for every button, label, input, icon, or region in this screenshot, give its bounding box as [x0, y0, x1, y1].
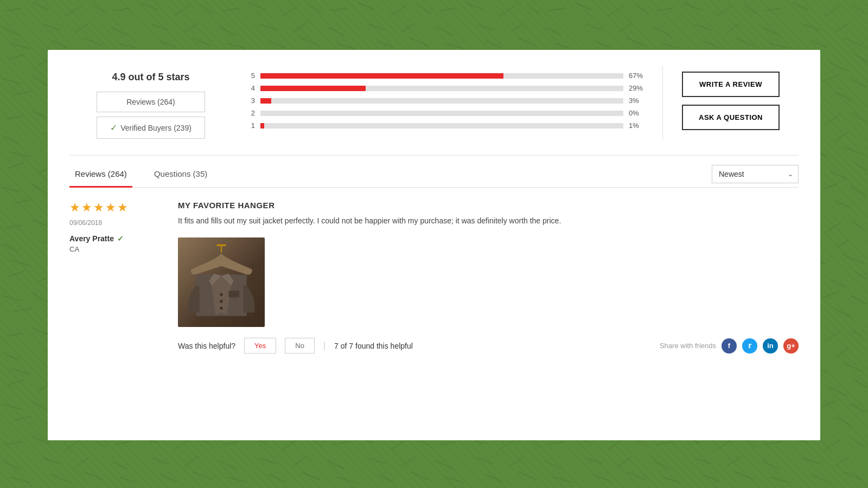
star-icon: ★	[93, 201, 104, 215]
bar-pct: 1%	[629, 121, 646, 130]
bar-row: 2 0%	[248, 109, 646, 117]
share-section: Share with friends f 𝕣 in g+	[660, 338, 799, 354]
svg-point-3	[220, 293, 222, 296]
bar-row: 4 29%	[248, 84, 646, 92]
svg-point-5	[220, 307, 222, 310]
bar-star-label: 3	[248, 97, 255, 105]
star-icon: ★	[117, 201, 128, 215]
jacket-svg	[182, 242, 260, 323]
bar-fill	[260, 86, 366, 91]
star-icon: ★	[81, 201, 92, 215]
review-right: MY FAVORITE HANGER It fits and fills out…	[178, 201, 799, 354]
bar-row: 3 3%	[248, 97, 646, 105]
bar-track	[260, 123, 623, 129]
reviews-count-box: Reviews (264)	[97, 92, 205, 112]
main-card: 4.9 out of 5 stars Reviews (264) ✓ Verif…	[48, 50, 820, 440]
svg-point-4	[220, 300, 222, 303]
helpful-count: 7 of 7 found this helpful	[334, 342, 413, 350]
reviewer-location: CA	[69, 245, 167, 253]
tab-questions[interactable]: Questions (35)	[149, 162, 213, 188]
reviewer-name-text: Avery Pratte	[69, 234, 114, 243]
overall-rating: 4.9 out of 5 stars	[112, 72, 189, 83]
bar-star-label: 4	[248, 84, 255, 92]
verified-icon: ✓	[117, 234, 124, 243]
review-left: ★★★★★ 09/06/2018 Avery Pratte ✓ CA	[69, 201, 178, 354]
facebook-icon[interactable]: f	[722, 338, 737, 354]
reviews-section: ★★★★★ 09/06/2018 Avery Pratte ✓ CA MY FA…	[69, 201, 799, 354]
share-label: Share with friends	[660, 342, 716, 350]
review-date: 09/06/2018	[69, 219, 167, 227]
sort-select[interactable]: NewestOldestMost HelpfulHighest RatingLo…	[712, 165, 799, 183]
helpful-label: Was this helpful?	[178, 342, 235, 350]
sort-wrapper: NewestOldestMost HelpfulHighest RatingLo…	[712, 165, 799, 183]
bar-row: 5 67%	[248, 72, 646, 80]
bar-pct: 29%	[629, 84, 646, 92]
bar-pct: 0%	[629, 109, 646, 117]
svg-rect-0	[216, 245, 226, 247]
review-image-inner	[178, 237, 265, 327]
helpful-yes-button[interactable]: Yes	[244, 338, 276, 354]
star-icon: ★	[105, 201, 116, 215]
verified-label: Verified Buyers (239)	[120, 124, 192, 132]
tabs-row: Reviews (264) Questions (35) NewestOldes…	[69, 161, 799, 188]
reviewer-name: Avery Pratte ✓	[69, 234, 167, 243]
helpful-row: Was this helpful? Yes No | 7 of 7 found …	[178, 338, 799, 354]
review-body: It fits and fills out my suit jacket per…	[178, 215, 799, 227]
sort-section: NewestOldestMost HelpfulHighest RatingLo…	[712, 165, 799, 183]
bar-track	[260, 111, 623, 116]
rating-bars: 5 67% 4 29% 3 3% 2 0% 1 1%	[232, 66, 663, 139]
star-icon: ★	[69, 201, 80, 215]
divider: |	[323, 341, 326, 351]
linkedin-icon[interactable]: in	[763, 338, 778, 354]
bar-fill	[260, 123, 264, 129]
review-title: MY FAVORITE HANGER	[178, 201, 799, 210]
bar-pct: 3%	[629, 97, 646, 105]
bar-star-label: 2	[248, 109, 255, 117]
svg-rect-2	[229, 291, 240, 298]
bar-pct: 67%	[629, 72, 646, 80]
twitter-icon[interactable]: 𝕣	[742, 338, 757, 354]
helpful-no-button[interactable]: No	[285, 338, 315, 354]
review-item: ★★★★★ 09/06/2018 Avery Pratte ✓ CA MY FA…	[69, 201, 799, 354]
bar-track	[260, 73, 623, 79]
write-review-button[interactable]: WRITE A REVIEW	[682, 72, 780, 97]
bar-star-label: 5	[248, 72, 255, 80]
shield-icon: ✓	[110, 123, 117, 133]
bar-track	[260, 86, 623, 91]
googleplus-icon[interactable]: g+	[783, 338, 799, 354]
bar-fill	[260, 73, 503, 79]
top-section: 4.9 out of 5 stars Reviews (264) ✓ Verif…	[69, 66, 799, 156]
tab-reviews[interactable]: Reviews (264)	[69, 162, 132, 188]
bar-star-label: 1	[248, 121, 255, 130]
bar-row: 1 1%	[248, 121, 646, 130]
verified-buyers-box: ✓ Verified Buyers (239)	[97, 117, 205, 139]
review-image	[178, 237, 265, 327]
rating-summary: 4.9 out of 5 stars Reviews (264) ✓ Verif…	[69, 66, 232, 144]
bar-fill	[260, 98, 271, 104]
ask-question-button[interactable]: ASK A QUESTION	[682, 105, 780, 130]
bar-track	[260, 98, 623, 104]
stars-row: ★★★★★	[69, 201, 167, 215]
action-buttons: WRITE A REVIEW ASK A QUESTION	[663, 66, 799, 136]
